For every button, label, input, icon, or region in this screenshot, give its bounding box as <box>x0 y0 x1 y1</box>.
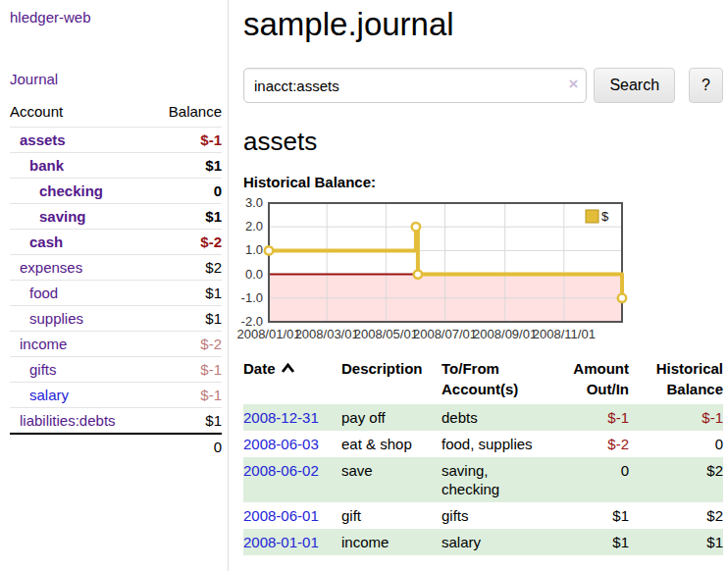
register-cell-date: 2008-06-03 <box>243 431 339 457</box>
register-cell-balance: $2 <box>629 502 723 529</box>
account-row: salary$-1 <box>10 383 222 408</box>
account-heading: assets <box>243 127 723 157</box>
register-row[interactable]: 2008-06-01giftgifts$1$2 <box>243 502 723 529</box>
chart-data-point <box>618 294 626 302</box>
account-balance: $-1 <box>151 383 222 408</box>
account-balance: 0 <box>151 179 222 204</box>
account-row: income$-2 <box>10 332 222 357</box>
chart-data-point <box>265 246 273 254</box>
chart-legend-label: $ <box>601 209 609 224</box>
register-cell-amount: $-2 <box>567 431 629 457</box>
register-cell-accounts: salary <box>442 529 567 555</box>
account-row: food$1 <box>10 281 222 306</box>
clear-search-icon[interactable]: × <box>568 76 578 92</box>
help-button[interactable]: ? <box>689 68 723 103</box>
accounts-table-body: assets$-1bank$1checking0saving$1cash$-2e… <box>10 128 222 435</box>
brand-link[interactable]: hledger-web <box>10 9 91 26</box>
chart-x-tick-label: 2008/11/01 <box>533 327 596 341</box>
account-row: liabilities:debts$1 <box>10 408 222 435</box>
register-cell-accounts: saving, checking <box>442 457 567 502</box>
account-balance: $1 <box>151 408 222 435</box>
account-link[interactable]: food <box>29 285 58 301</box>
register-header-balance: Historical Balance <box>629 356 723 404</box>
account-link[interactable]: gifts <box>29 361 57 378</box>
register-cell-balance: $-1 <box>629 404 723 431</box>
account-link[interactable]: supplies <box>29 310 83 327</box>
account-link[interactable]: assets <box>20 131 66 148</box>
register-cell-amount: $1 <box>567 529 629 555</box>
chart-title: Historical Balance: <box>243 174 723 190</box>
account-row: supplies$1 <box>10 306 222 332</box>
balance-chart: $3.02.01.00.0-1.0-2.02008/01/012008/03/0… <box>235 197 628 341</box>
account-row: assets$-1 <box>10 128 222 153</box>
register-table: Date Description To/From Account(s) Amou… <box>243 356 723 555</box>
register-cell-date: 2008-01-01 <box>243 529 339 555</box>
register-header-row: Date Description To/From Account(s) Amou… <box>243 356 723 404</box>
account-row: gifts$-1 <box>10 357 222 383</box>
accounts-total-spacer <box>10 434 151 459</box>
register-header-date-label: Date <box>243 360 276 377</box>
register-header-description: Description <box>339 356 442 404</box>
account-link[interactable]: salary <box>29 387 69 403</box>
chart-x-tick-label: 2008/09/01 <box>473 327 537 341</box>
register-cell-accounts: debts <box>442 404 567 431</box>
account-row: saving$1 <box>10 204 222 230</box>
register-cell-date: 2008-12-31 <box>243 404 339 431</box>
account-link[interactable]: liabilities:debts <box>20 412 116 429</box>
accounts-total-value: 0 <box>151 434 222 459</box>
search-bar: × Search ? <box>243 68 723 103</box>
transaction-date-link[interactable]: 2008-06-03 <box>243 436 319 452</box>
account-link[interactable]: income <box>20 336 67 352</box>
search-button[interactable]: Search <box>594 68 675 103</box>
sidebar: hledger-web Journal Account Balance asse… <box>0 0 229 571</box>
register-row[interactable]: 2008-12-31pay offdebts$-1$-1 <box>243 404 723 431</box>
register-cell-amount: $-1 <box>567 404 629 431</box>
accounts-header-row: Account Balance <box>10 101 222 128</box>
account-row: cash$-2 <box>10 230 222 255</box>
accounts-header-account: Account <box>10 101 151 128</box>
register-cell-balance: 0 <box>629 431 723 457</box>
transaction-date-link[interactable]: 2008-06-02 <box>243 462 319 479</box>
register-cell-description: pay off <box>339 404 442 431</box>
account-balance: $1 <box>151 281 222 306</box>
register-cell-description: save <box>339 457 442 502</box>
chart-y-tick-label: 0.0 <box>245 267 263 282</box>
transaction-date-link[interactable]: 2008-12-31 <box>243 409 319 426</box>
search-input[interactable] <box>243 68 587 103</box>
nav-journal-link[interactable]: Journal <box>10 71 58 87</box>
account-link[interactable]: cash <box>29 234 63 250</box>
account-link[interactable]: bank <box>29 157 64 174</box>
account-link[interactable]: saving <box>39 208 86 225</box>
register-cell-date: 2008-06-02 <box>243 457 339 502</box>
chart-x-tick-label: 2008/05/01 <box>354 327 418 341</box>
register-header-amount: Amount Out/In <box>567 356 629 404</box>
register-cell-description: gift <box>339 502 442 529</box>
account-link[interactable]: expenses <box>20 259 82 276</box>
register-row[interactable]: 2008-06-02savesaving, checking0$2 <box>243 457 723 502</box>
account-balance: $-2 <box>151 332 222 357</box>
chart-y-tick-label: -1.0 <box>241 290 263 305</box>
register-cell-amount: $1 <box>567 502 629 529</box>
register-cell-balance: $2 <box>629 457 723 502</box>
chart-x-tick-label: 2008/01/01 <box>236 327 300 341</box>
chart-y-tick-label: 2.0 <box>245 219 263 234</box>
account-balance: $2 <box>151 255 222 281</box>
register-header-date[interactable]: Date <box>243 356 339 404</box>
chart-data-point <box>414 270 422 278</box>
transaction-date-link[interactable]: 2008-06-01 <box>243 507 319 524</box>
account-balance: $-1 <box>151 128 222 153</box>
register-row[interactable]: 2008-06-03eat & shopfood, supplies$-20 <box>243 431 723 457</box>
transaction-date-link[interactable]: 2008-01-01 <box>243 534 319 550</box>
register-cell-date: 2008-06-01 <box>243 502 339 529</box>
account-balance: $-1 <box>151 357 222 383</box>
account-row: bank$1 <box>10 153 222 179</box>
register-cell-description: income <box>339 529 442 555</box>
account-balance: $1 <box>151 204 222 230</box>
register-row[interactable]: 2008-01-01incomesalary$1$1 <box>243 529 723 555</box>
register-cell-description: eat & shop <box>339 431 442 457</box>
account-link[interactable]: checking <box>39 182 103 199</box>
sort-ascending-icon <box>281 363 295 374</box>
page-title: sample.journal <box>243 6 723 43</box>
account-balance: $1 <box>151 306 222 332</box>
chart-x-tick-label: 2008/07/01 <box>413 327 477 341</box>
